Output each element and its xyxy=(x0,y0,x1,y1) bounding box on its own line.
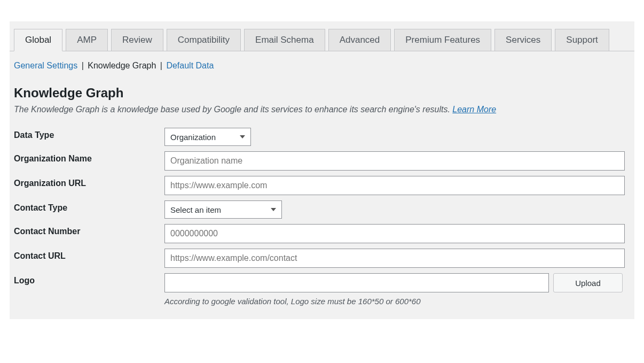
tab-support[interactable]: Support xyxy=(555,29,609,51)
label-contact-url: Contact URL xyxy=(14,246,164,271)
label-contact-number: Contact Number xyxy=(14,221,164,246)
label-data-type: Data Type xyxy=(14,125,164,149)
page-title: Knowledge Graph xyxy=(14,86,630,101)
contact-url-input[interactable] xyxy=(164,249,625,268)
sub-nav: General Settings | Knowledge Graph | Def… xyxy=(10,51,634,71)
tab-compatibility[interactable]: Compatibility xyxy=(167,29,241,51)
contact-type-select[interactable]: Select an item xyxy=(164,200,282,219)
label-contact-type: Contact Type xyxy=(14,198,164,221)
tab-amp[interactable]: AMP xyxy=(66,29,108,51)
tab-email-schema[interactable]: Email Schema xyxy=(244,29,325,51)
subnav-knowledge-graph: Knowledge Graph xyxy=(88,61,156,70)
tab-advanced[interactable]: Advanced xyxy=(328,29,391,51)
tab-services[interactable]: Services xyxy=(494,29,552,51)
contact-number-input[interactable] xyxy=(164,224,625,243)
label-organization-url: Organization URL xyxy=(14,173,164,198)
data-type-select[interactable]: Organization xyxy=(164,128,251,146)
separator: | xyxy=(160,61,165,70)
subnav-default-data[interactable]: Default Data xyxy=(166,61,214,70)
organization-name-input[interactable] xyxy=(164,151,625,171)
label-organization-name: Organization Name xyxy=(14,149,164,173)
label-logo: Logo xyxy=(14,271,164,308)
section-description: The Knowledge Graph is a knowledge base … xyxy=(14,105,630,114)
subnav-general-settings[interactable]: General Settings xyxy=(14,61,77,70)
tab-premium-features[interactable]: Premium Features xyxy=(394,29,491,51)
separator: | xyxy=(82,61,87,70)
tab-bar: Global AMP Review Compatibility Email Sc… xyxy=(10,21,634,51)
logo-input[interactable] xyxy=(164,273,549,292)
tab-review[interactable]: Review xyxy=(111,29,163,51)
upload-button[interactable]: Upload xyxy=(553,273,623,292)
tab-global[interactable]: Global xyxy=(14,29,62,51)
logo-note: According to google validation tool, Log… xyxy=(164,297,625,306)
section-description-text: The Knowledge Graph is a knowledge base … xyxy=(14,105,452,114)
organization-url-input[interactable] xyxy=(164,176,625,195)
learn-more-link[interactable]: Learn More xyxy=(452,105,496,114)
